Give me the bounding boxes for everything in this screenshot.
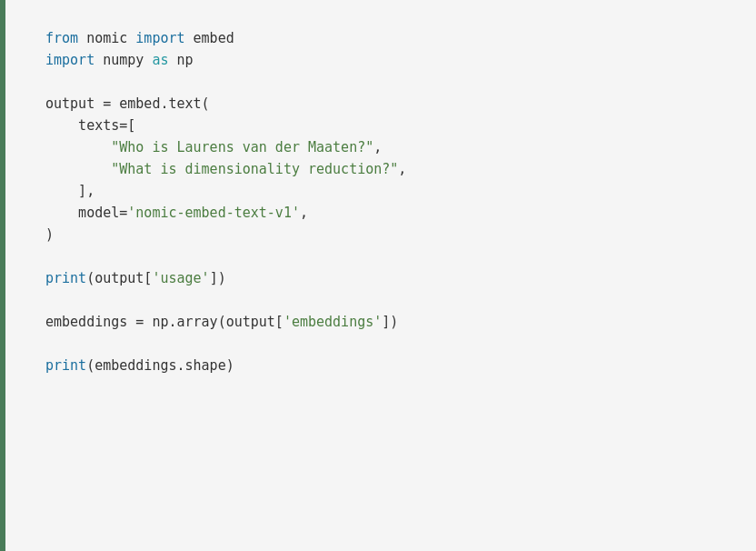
code-token: (embeddings.shape) [86,357,234,374]
code-line: from nomic import embed [45,27,720,49]
code-line: texts=[ [45,115,720,136]
code-token: print [45,270,86,286]
code-token [45,161,111,177]
code-line [45,289,720,311]
code-token: texts=[ [45,117,135,134]
code-line [45,333,720,355]
code-token: "Who is Laurens van der Maaten?" [111,139,373,155]
code-line: print(embeddings.shape) [45,355,720,376]
code-line: print(output['usage']) [45,267,720,289]
code-token: 'nomic-embed-text-v1' [127,205,300,221]
code-line: import numpy as np [45,49,720,71]
code-token: ) [45,226,54,243]
code-line: embeddings = np.array(output['embeddings… [45,311,720,333]
code-block: from nomic import embedimport numpy as n… [45,27,720,376]
code-token [45,139,111,155]
code-line: ], [45,180,720,202]
code-token: , [300,205,308,221]
code-token: numpy [94,52,152,68]
code-line: "Who is Laurens van der Maaten?", [45,136,720,158]
code-token: embed [185,30,234,46]
code-token: nomic [78,30,135,46]
code-token: as [152,52,168,68]
code-line [45,245,720,267]
code-token: 'usage' [152,270,209,286]
code-token: , [398,161,406,177]
code-token: , [373,139,382,155]
code-token: ]) [382,314,398,330]
code-token: import [135,30,184,46]
code-token: 'embeddings' [284,314,382,330]
code-line [45,71,720,93]
code-token: from [45,30,78,46]
code-line: model='nomic-embed-text-v1', [45,202,720,224]
code-token: "What is dimensionality reduction?" [111,161,398,177]
code-token: output = embed.text( [45,95,210,112]
left-border-accent [0,0,5,551]
code-token: ], [45,183,94,199]
code-token: ]) [210,270,226,286]
code-container: from nomic import embedimport numpy as n… [0,0,756,551]
code-token: embeddings = np.array(output[ [45,314,284,330]
code-line: ) [45,224,720,245]
code-line: output = embed.text( [45,93,720,115]
code-token: print [45,357,86,374]
code-token: model= [45,205,127,221]
code-token: np [168,52,193,68]
code-line: "What is dimensionality reduction?", [45,158,720,180]
code-token: (output[ [86,270,152,286]
code-token: import [45,52,94,68]
